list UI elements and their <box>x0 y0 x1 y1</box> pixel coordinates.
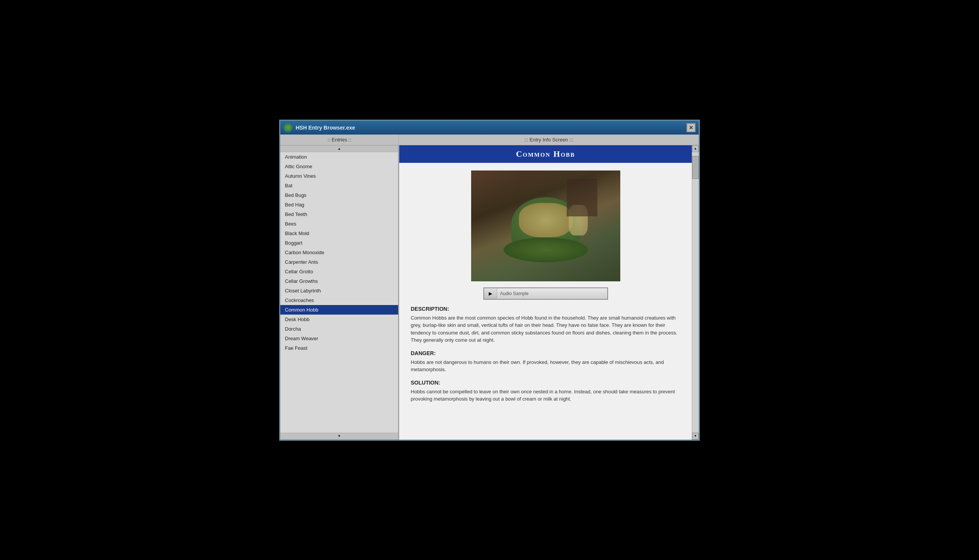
entry-title: Common Hobb <box>516 149 575 158</box>
scrollbar-track <box>692 152 699 433</box>
list-item-cellar-growths[interactable]: Cellar Growths <box>280 277 398 286</box>
main-content: :: Entries :: ::: Entry Info Screen ::: … <box>280 135 699 440</box>
danger-text: Hobbs are not dangerous to humans on the… <box>411 358 680 373</box>
audio-player: ▶ Audio Sample <box>411 287 680 300</box>
entries-list[interactable]: AnimationAttic GnomeAutumn VinesBatBed B… <box>280 152 398 433</box>
entry-image <box>471 170 620 281</box>
list-item-boggart[interactable]: Boggart <box>280 238 398 248</box>
entry-body: ▶ Audio Sample DESCRIPTION: Common Hobbs… <box>399 163 692 440</box>
info-header: ::: Entry Info Screen ::: <box>399 135 699 145</box>
left-panel: ▲ AnimationAttic GnomeAutumn VinesBatBed… <box>280 145 399 440</box>
right-panel: Common Hobb <box>399 145 692 440</box>
solution-text: Hobbs cannot be compelled to leave on th… <box>411 388 680 403</box>
title-bar: 🌿 HSH Entry Browser.exe ✕ <box>280 121 699 135</box>
app-icon: 🌿 <box>284 123 293 132</box>
header-row: :: Entries :: ::: Entry Info Screen ::: <box>280 135 699 145</box>
list-item-carpenter-ants[interactable]: Carpenter Ants <box>280 257 398 267</box>
content-row: ▲ AnimationAttic GnomeAutumn VinesBatBed… <box>280 145 699 440</box>
audio-label: Audio Sample <box>500 291 529 296</box>
list-item-black-mold[interactable]: Black Mold <box>280 228 398 238</box>
right-panel-wrapper: Common Hobb <box>399 145 699 440</box>
list-item-bed-teeth[interactable]: Bed Teeth <box>280 210 398 219</box>
right-scrollbar: ▲ ▼ <box>692 145 699 440</box>
list-item-common-hobb[interactable]: Common Hobb <box>280 305 398 315</box>
list-item-autumn-vines[interactable]: Autumn Vines <box>280 171 398 181</box>
list-item-dream-weaver[interactable]: Dream Weaver <box>280 334 398 343</box>
scroll-down-button[interactable]: ▼ <box>280 433 398 440</box>
description-text: Common Hobbs are the most common species… <box>411 314 680 344</box>
close-button[interactable]: ✕ <box>686 123 695 132</box>
list-item-attic-gnome[interactable]: Attic Gnome <box>280 162 398 171</box>
list-item-animation[interactable]: Animation <box>280 152 398 162</box>
scrollbar-thumb[interactable] <box>692 156 699 179</box>
list-item-fae-feast[interactable]: Fae Feast <box>280 343 398 353</box>
scrollbar-down-button[interactable]: ▼ <box>692 433 699 440</box>
play-button[interactable]: ▶ <box>484 287 497 300</box>
list-item-cockroaches[interactable]: Cockroaches <box>280 295 398 305</box>
list-item-closet-labyrinth[interactable]: Closet Labyrinth <box>280 286 398 295</box>
list-item-bed-bugs[interactable]: Bed Bugs <box>280 190 398 200</box>
entry-image-container <box>411 170 680 281</box>
window-title: HSH Entry Browser.exe <box>295 125 355 131</box>
audio-bar: Audio Sample <box>497 287 608 300</box>
list-item-desk-hobb[interactable]: Desk Hobb <box>280 315 398 324</box>
entries-header: :: Entries :: <box>280 135 399 145</box>
description-label: DESCRIPTION: <box>411 306 680 312</box>
list-item-bees[interactable]: Bees <box>280 219 398 228</box>
entry-header: Common Hobb <box>399 145 692 163</box>
solution-label: SOLUTION: <box>411 380 680 386</box>
list-item-cellar-grotto[interactable]: Cellar Grotto <box>280 267 398 277</box>
list-item-carbon-monoxide[interactable]: Carbon Monoxide <box>280 248 398 257</box>
main-window: 🌿 HSH Entry Browser.exe ✕ :: Entries :: … <box>279 120 700 441</box>
list-item-dorcha[interactable]: Dorcha <box>280 324 398 334</box>
danger-label: DANGER: <box>411 350 680 356</box>
list-item-bed-hag[interactable]: Bed Hag <box>280 200 398 210</box>
scroll-up-button[interactable]: ▲ <box>280 145 398 152</box>
list-item-bat[interactable]: Bat <box>280 181 398 190</box>
scrollbar-up-button[interactable]: ▲ <box>692 145 699 152</box>
title-bar-left: 🌿 HSH Entry Browser.exe <box>284 123 355 132</box>
